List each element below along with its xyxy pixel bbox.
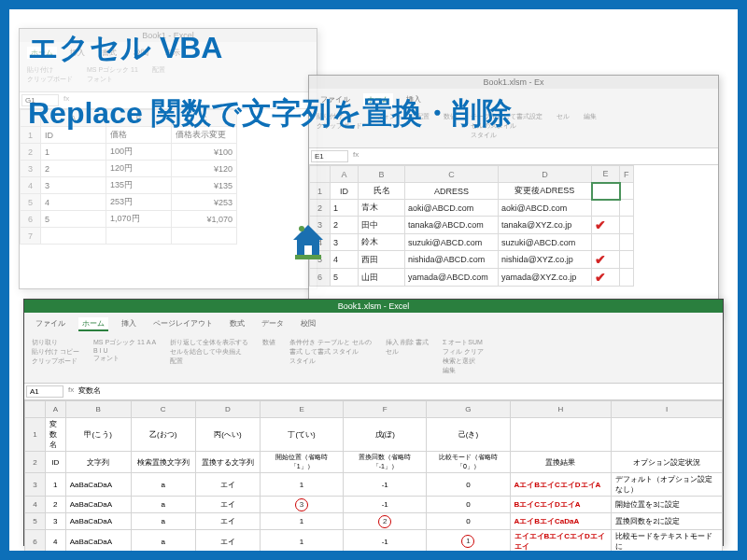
fx-icon[interactable]: fx: [68, 385, 74, 398]
name-box[interactable]: A1: [26, 385, 63, 398]
clipboard-group[interactable]: 切り取り貼り付け コピークリップボード: [32, 338, 79, 375]
table-row: 64AaBaCaDaAaエイ1-11エイエイBエイCエイDエイエイ比較モードをテ…: [25, 530, 723, 553]
formula-content[interactable]: 変数名: [78, 385, 101, 398]
svg-marker-1: [293, 225, 323, 240]
window-title: Book1.xlsm - Ex: [309, 76, 718, 89]
circled-value: 1: [461, 555, 474, 561]
tab-file[interactable]: ファイル: [32, 317, 69, 331]
cells-group[interactable]: 挿入 削除 書式セル: [386, 338, 429, 375]
tab-data[interactable]: データ: [258, 317, 288, 331]
check-icon: ✔: [592, 269, 620, 287]
tab-page[interactable]: ページレイアウト: [149, 317, 217, 331]
edit-group[interactable]: 編集: [584, 112, 597, 140]
variable-label: 変数名: [45, 418, 65, 452]
table-row: 31AaBaCaDaAaエイ1-10AエイBエイCエイDエイAデフォルト（オプシ…: [25, 473, 723, 497]
check-icon: ✔: [592, 217, 620, 234]
window-title: Book1.xlsm - Excel: [24, 300, 723, 313]
name-box[interactable]: E1: [311, 150, 348, 162]
page-title: エクセル VBA: [28, 28, 222, 69]
page-subtitle: Replace 関数で文字列を置換・削除: [28, 93, 512, 134]
circled-value: 3: [295, 498, 308, 511]
tab-review[interactable]: 校閲: [297, 317, 319, 331]
tab-formula[interactable]: 数式: [226, 317, 248, 331]
circled-value: 2: [378, 555, 391, 561]
formula-bar[interactable]: E1 fx: [309, 148, 718, 165]
svg-point-3: [299, 226, 304, 231]
house-icon: [289, 219, 327, 268]
table-row: 53AaBaCaDaAaエイ120AエイBエイCaDaA置換回数を2に設定: [25, 513, 723, 530]
table-row: 42AaBaCaDaAaエイ3-10BエイCエイDエイA開始位置を3に設定: [25, 497, 723, 513]
table-row: 75AaBaCaDaAaエイ321BエイCエイDaA上記変更設定すべて適用: [25, 553, 723, 561]
styles-group[interactable]: 条件付き テーブルと セルの書式 して書式 スタイルスタイル: [289, 338, 372, 375]
circled-value: 3: [295, 555, 308, 561]
spreadsheet-grid[interactable]: ABCDEF 1ID氏名ADRESS変更後ADRESS 21青木aoki@ABC…: [309, 165, 718, 287]
circled-value: 2: [378, 515, 391, 528]
font-group[interactable]: MS Pゴシック 11 A AB I Uフォント: [93, 338, 156, 375]
spreadsheet-grid[interactable]: A B C D E F G H I 1変数名 甲(こう) 乙(おつ) 丙(へい)…: [24, 400, 723, 560]
svg-rect-4: [295, 255, 321, 259]
tab-insert[interactable]: 挿入: [118, 317, 140, 331]
check-icon: ✔: [592, 251, 620, 269]
tab-home[interactable]: ホーム: [78, 317, 108, 331]
excel-window-replace-demo: Book1.xlsm - Excel ファイル ホーム 挿入 ページレイアウト …: [23, 299, 724, 546]
number-group[interactable]: 数値: [262, 338, 275, 375]
circled-value: 1: [461, 535, 474, 548]
edit-group[interactable]: Σ オートSUMフィル クリア検索と選択編集: [443, 338, 484, 375]
fx-icon[interactable]: fx: [353, 150, 359, 162]
formula-bar[interactable]: A1 fx 変数名: [24, 384, 723, 400]
align-group[interactable]: 折り返して全体を表示するセルを結合して中央揃え配置: [170, 338, 248, 375]
ribbon: ファイル ホーム 挿入 ページレイアウト 数式 データ 校閲 切り取り貼り付け …: [24, 313, 723, 384]
cells-group[interactable]: セル: [557, 112, 570, 140]
